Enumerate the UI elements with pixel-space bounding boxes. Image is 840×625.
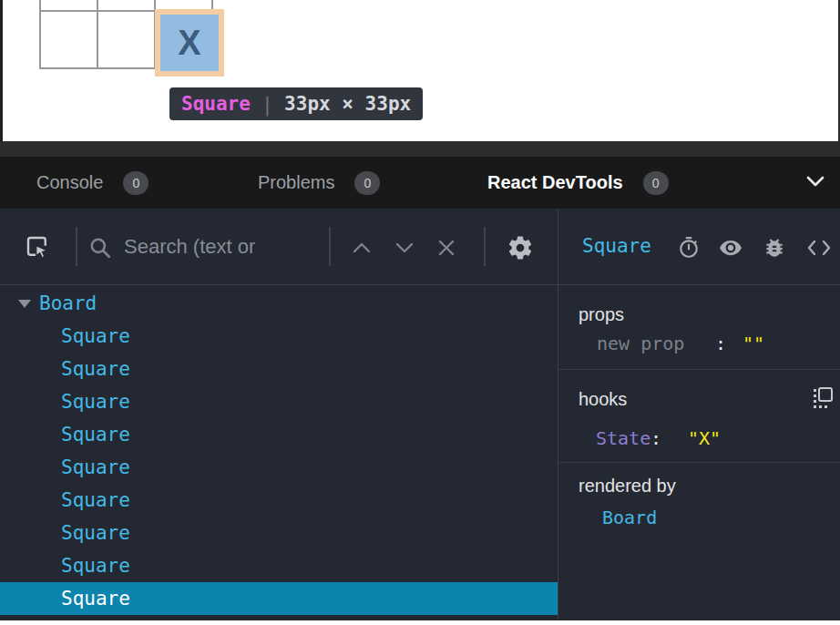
tree-item-square[interactable]: Square (0, 418, 558, 451)
tree-toolbar (0, 209, 558, 285)
next-match-icon[interactable] (394, 241, 415, 258)
tab-react-devtools-label: React DevTools (487, 172, 623, 193)
toolbar-divider (329, 227, 331, 266)
new-prop-value-input[interactable]: "" (743, 333, 764, 354)
board-cell[interactable] (97, 11, 155, 68)
tree-item-label: Square (61, 588, 130, 610)
inspector-pane: Square props new prop : "" (558, 209, 840, 620)
square-cell-value: X (178, 24, 200, 63)
selected-component-title: Square (582, 235, 651, 257)
rendered-by-section: rendered by Board (558, 463, 840, 620)
tree-item-square[interactable]: Square (0, 517, 558, 549)
settings-gear-icon[interactable] (507, 234, 534, 265)
tab-problems-label: Problems (258, 172, 334, 193)
tree-item-square[interactable]: Square (0, 549, 558, 582)
expander-triangle-icon[interactable] (18, 300, 31, 308)
component-tree: Board Square Square Square Square Square… (0, 285, 558, 620)
rendered-by-board-link[interactable]: Board (602, 507, 657, 528)
prev-match-icon[interactable] (351, 241, 373, 258)
tree-item-board[interactable]: Board (0, 287, 558, 320)
toolbar-divider (76, 227, 77, 266)
tab-problems-badge: 0 (354, 171, 380, 195)
tree-item-label: Square (61, 358, 130, 380)
page-bottom-edge (0, 620, 840, 625)
inspected-page: X Square | 33px × 33px (0, 0, 840, 141)
search-input[interactable] (124, 229, 323, 265)
tree-item-square[interactable]: Square (0, 353, 558, 385)
tree-item-label: Square (61, 456, 130, 478)
board-cell[interactable] (40, 0, 97, 11)
tooltip-separator: | (261, 93, 273, 116)
prop-colon: : (715, 333, 726, 354)
hooks-section-title: hooks (579, 389, 627, 410)
tree-item-square[interactable]: Square (0, 385, 558, 418)
hooks-section: hooks State : "X" (558, 370, 840, 463)
tree-item-label: Square (61, 325, 130, 347)
profiler-stopwatch-icon[interactable] (677, 236, 701, 263)
chevron-down-icon[interactable] (805, 175, 825, 191)
props-section: props new prop : "" (558, 285, 840, 370)
inspector-header: Square (558, 209, 840, 285)
tooltip-dimensions: 33px × 33px (284, 93, 411, 115)
board-cell[interactable] (40, 11, 97, 68)
tooltip-component-name: Square (181, 93, 251, 115)
tab-console-badge: 0 (123, 171, 149, 195)
inspect-highlight-overlay: X (155, 9, 224, 77)
tree-item-label: Board (39, 292, 97, 314)
toolbar-divider (484, 227, 486, 266)
tab-problems[interactable]: Problems 0 (258, 157, 380, 209)
rendered-by-section-title: rendered by (579, 476, 676, 497)
tab-react-devtools-badge: 0 (643, 171, 669, 195)
clear-search-icon[interactable] (435, 237, 457, 262)
devtools-tabbar: Console 0 Problems 0 React DevTools 0 (0, 157, 840, 209)
screenshot-root: X Square | 33px × 33px Console 0 Problem… (0, 0, 840, 625)
props-section-title: props (579, 304, 624, 325)
view-source-code-icon[interactable] (806, 236, 832, 263)
eye-icon[interactable] (719, 236, 743, 263)
inspect-tooltip: Square | 33px × 33px (169, 87, 423, 120)
devtools-top-edge (0, 141, 840, 157)
new-prop-name-input[interactable]: new prop (597, 333, 684, 354)
tab-console[interactable]: Console 0 (36, 157, 149, 209)
board-cell[interactable] (97, 0, 155, 11)
tab-console-label: Console (36, 172, 103, 193)
inspect-icon[interactable] (24, 233, 51, 264)
tree-item-label: Square (61, 424, 130, 446)
hook-state-name: State (596, 427, 650, 449)
tab-react-devtools[interactable]: React DevTools 0 (487, 157, 669, 209)
tree-item-label: Square (61, 489, 130, 511)
hook-colon: : (650, 427, 661, 449)
bug-icon[interactable] (763, 236, 786, 263)
react-devtools-panel: Board Square Square Square Square Square… (0, 209, 840, 620)
tree-item-square[interactable]: Square (0, 484, 558, 517)
hook-state-value-input[interactable]: "X" (688, 427, 721, 449)
tree-item-label: Square (61, 522, 130, 544)
components-tree-pane: Board Square Square Square Square Square… (0, 209, 558, 620)
tree-item-square[interactable]: Square (0, 451, 558, 484)
tree-item-square[interactable]: Square (0, 320, 558, 353)
tree-item-label: Square (61, 391, 130, 413)
tree-item-square-selected[interactable]: Square (0, 582, 558, 615)
search-icon (88, 236, 112, 263)
parse-hook-names-icon[interactable] (811, 385, 835, 414)
tree-item-label: Square (61, 555, 130, 577)
